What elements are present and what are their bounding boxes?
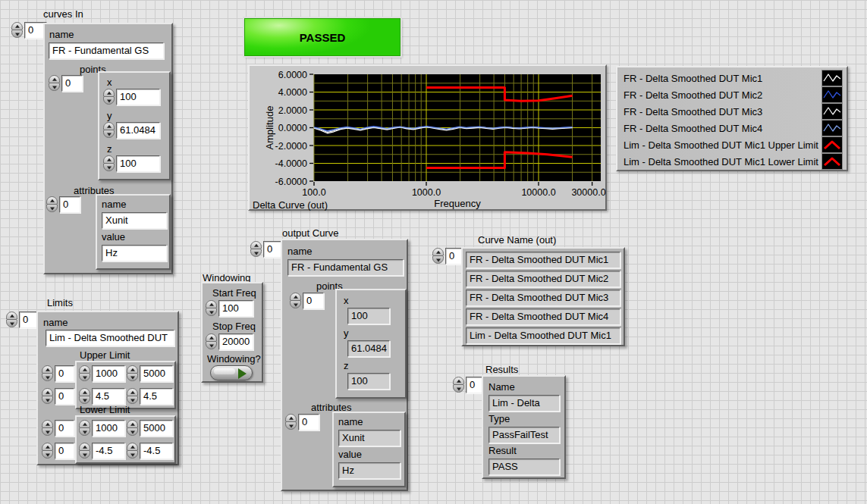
curve-name-index-spinner[interactable]: [432, 248, 444, 265]
legend-item-label: FR - Delta Smoothed DUT Mic2: [624, 89, 819, 101]
lower-y2-control[interactable]: -4.5: [127, 443, 173, 459]
curves-in-attr-name-field[interactable]: Xunit: [102, 212, 167, 229]
lower-limit-label: Lower Limit: [80, 404, 130, 415]
curves-in-z-control[interactable]: 100: [103, 155, 160, 172]
results-index-spinner[interactable]: [453, 377, 464, 393]
upper-index1-spinner[interactable]: [42, 365, 53, 382]
lower-index2-field[interactable]: 0: [55, 443, 74, 459]
upper-index2-field[interactable]: 0: [55, 388, 74, 405]
output-points-index-control[interactable]: 0: [290, 293, 324, 309]
limits-name-field[interactable]: Lim - Delta Smoothed DUT: [46, 330, 174, 346]
legend-line-glyph-icon: [822, 70, 842, 86]
output-points-cluster: x 100 y 61.0484 z 100: [335, 289, 407, 399]
lower-x2-control[interactable]: 5000: [127, 420, 173, 437]
upper-index1-control[interactable]: 0: [42, 365, 74, 382]
curves-in-x-field[interactable]: 100: [116, 89, 160, 105]
lower-index1-spinner[interactable]: [42, 420, 53, 437]
output-attr-index-spinner[interactable]: [285, 414, 297, 430]
curves-in-name-field[interactable]: FR - Fundamental GS: [49, 42, 164, 59]
curves-in-points-index-control[interactable]: 0: [49, 75, 83, 92]
lower-y1-spinner[interactable]: [79, 443, 90, 459]
upper-x2-spinner[interactable]: [127, 365, 138, 382]
y-tick-label: 4.0000: [278, 87, 307, 98]
upper-x1-spinner[interactable]: [79, 365, 90, 382]
stop-freq-control[interactable]: 20000: [206, 333, 253, 350]
output-curve-cluster: name FR - Fundamental GS points 0 x 100 …: [281, 239, 408, 491]
legend-line-glyph-icon: [822, 137, 842, 152]
limits-index-spinner[interactable]: [6, 311, 17, 328]
lower-x1-control[interactable]: 1000: [79, 420, 125, 437]
lower-index1-control[interactable]: 0: [42, 420, 74, 437]
lower-x1-field[interactable]: 1000: [92, 420, 125, 437]
curves-in-attr-index-control[interactable]: 0: [46, 196, 80, 213]
curves-in-cluster: name FR - Fundamental GS points 0 x 100 …: [43, 23, 173, 274]
attr-value-label: value: [102, 231, 125, 243]
upper-index1-field[interactable]: 0: [55, 365, 74, 382]
upper-index2-spinner[interactable]: [42, 388, 53, 405]
curves-in-y-control[interactable]: 61.0484: [103, 122, 160, 139]
output-points-index-field[interactable]: 0: [303, 293, 324, 309]
lower-x2-field[interactable]: 5000: [140, 420, 173, 437]
curves-in-index-control[interactable]: 0: [11, 22, 47, 39]
upper-y2-spinner[interactable]: [127, 388, 138, 405]
y-tick-label: -4.0000: [275, 158, 307, 169]
output-curve-index-spinner[interactable]: [250, 241, 262, 258]
curves-in-points-index-spinner[interactable]: [49, 75, 60, 92]
output-attr-name-label: name: [338, 416, 363, 427]
curves-in-attr-value-field[interactable]: Hz: [102, 245, 167, 261]
upper-x1-control[interactable]: 1000: [79, 365, 125, 382]
lower-index1-field[interactable]: 0: [55, 420, 74, 437]
legend-line-glyph-icon: [822, 104, 842, 119]
lower-x1-spinner[interactable]: [79, 420, 90, 437]
output-y-label: y: [344, 327, 349, 339]
output-attr-index-field[interactable]: 0: [298, 414, 319, 430]
y-spinner[interactable]: [103, 122, 115, 139]
upper-y1-spinner[interactable]: [79, 388, 90, 405]
x-spinner[interactable]: [103, 89, 115, 105]
lower-index2-spinner[interactable]: [42, 443, 53, 459]
lower-y1-control[interactable]: -4.5: [79, 443, 125, 459]
windowing-toggle[interactable]: [210, 365, 253, 380]
lower-y2-spinner[interactable]: [127, 443, 138, 459]
upper-x1-field[interactable]: 1000: [92, 365, 125, 382]
y-tick-label: -2.0000: [275, 141, 307, 152]
stop-freq-spinner[interactable]: [206, 333, 217, 350]
output-attr-name-field: Xunit: [338, 430, 401, 446]
x-label: x: [107, 77, 112, 88]
lower-index2-control[interactable]: 0: [42, 443, 74, 459]
legend-item-label: FR - Delta Smoothed DUT Mic1: [624, 73, 819, 84]
x-tick-label: 1000.0: [412, 187, 441, 198]
upper-y1-control[interactable]: 4.5: [79, 388, 125, 405]
curves-in-attr-index-field[interactable]: 0: [59, 196, 80, 213]
curves-in-x-control[interactable]: 100: [103, 89, 160, 105]
upper-index2-control[interactable]: 0: [42, 388, 74, 405]
start-freq-spinner[interactable]: [206, 300, 217, 317]
output-name-field: FR - Fundamental GS: [287, 259, 404, 276]
results-label: Results: [485, 364, 518, 375]
legend-line-glyph-icon: [822, 87, 842, 102]
upper-x2-control[interactable]: 5000: [127, 365, 173, 382]
legend-item-label: FR - Delta Smoothed DUT Mic4: [624, 123, 819, 134]
attr-name-label: name: [102, 199, 127, 210]
upper-y2-control[interactable]: 4.5: [127, 388, 173, 405]
lower-y1-field[interactable]: -4.5: [92, 443, 125, 459]
z-spinner[interactable]: [103, 155, 115, 172]
upper-y1-field[interactable]: 4.5: [92, 388, 125, 405]
curves-in-z-field[interactable]: 100: [116, 155, 160, 172]
start-freq-field[interactable]: 100: [218, 300, 253, 317]
start-freq-control[interactable]: 100: [206, 300, 253, 317]
x-tick-label: 100.0: [302, 187, 325, 198]
curves-in-y-field[interactable]: 61.0484: [116, 122, 160, 139]
chart-legend: FR - Delta Smoothed DUT Mic1FR - Delta S…: [616, 66, 848, 171]
upper-y2-field[interactable]: 4.5: [140, 388, 173, 405]
lower-x2-spinner[interactable]: [127, 420, 138, 437]
upper-x2-field[interactable]: 5000: [140, 365, 173, 382]
curves-in-attr-index-spinner[interactable]: [46, 196, 58, 213]
results-name-field: Lim - Delta: [488, 395, 560, 412]
curves-in-points-index-field[interactable]: 0: [61, 75, 83, 92]
output-attr-index-control[interactable]: 0: [285, 414, 319, 430]
lower-y2-field[interactable]: -4.5: [140, 443, 173, 459]
stop-freq-field[interactable]: 20000: [218, 333, 253, 350]
output-points-index-spinner[interactable]: [290, 293, 301, 309]
curves-in-index-spinner[interactable]: [11, 22, 23, 39]
